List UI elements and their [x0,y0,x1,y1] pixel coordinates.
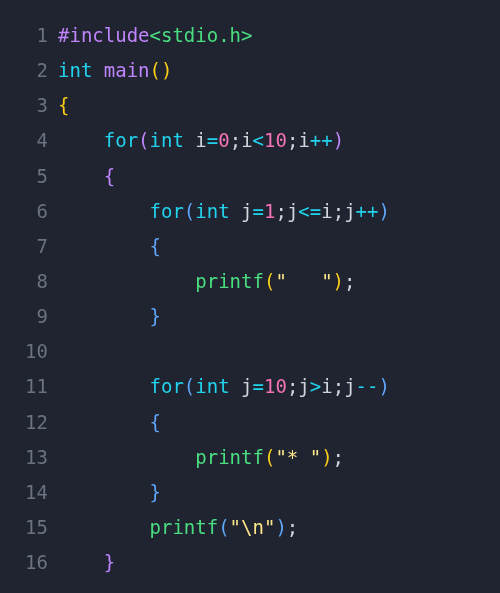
line-number: 13 [0,440,58,475]
code-content: printf("\n"); [58,510,500,545]
line-number: 1 [0,18,58,53]
line-number: 7 [0,229,58,264]
code-line: 3 { [0,88,500,123]
code-line: 16 } [0,545,500,580]
code-line: 12 { [0,405,500,440]
code-content: for(int j=10;j>i;j--) [58,369,500,404]
code-content [58,334,500,369]
code-content: { [58,159,500,194]
code-content: printf(" "); [58,264,500,299]
code-line: 14 } [0,475,500,510]
code-content: } [58,545,500,580]
line-number: 11 [0,369,58,404]
code-line: 8 printf(" "); [0,264,500,299]
line-number: 3 [0,88,58,123]
code-content: { [58,88,500,123]
code-editor: 1 #include<stdio.h> 2 int main() 3 { 4 f… [0,0,500,580]
line-number: 14 [0,475,58,510]
code-content: for(int j=1;j<=i;j++) [58,194,500,229]
code-content: #include<stdio.h> [58,18,500,53]
line-number: 15 [0,510,58,545]
line-number: 16 [0,545,58,580]
code-content: int main() [58,53,500,88]
code-content: printf("* "); [58,440,500,475]
code-line: 6 for(int j=1;j<=i;j++) [0,194,500,229]
line-number: 5 [0,159,58,194]
code-line: 9 } [0,299,500,334]
code-content: { [58,405,500,440]
line-number: 9 [0,299,58,334]
line-number: 10 [0,334,58,369]
code-line: 1 #include<stdio.h> [0,18,500,53]
code-line: 2 int main() [0,53,500,88]
code-line: 15 printf("\n"); [0,510,500,545]
code-content: } [58,299,500,334]
line-number: 12 [0,405,58,440]
code-line: 13 printf("* "); [0,440,500,475]
code-line: 4 for(int i=0;i<10;i++) [0,123,500,158]
code-line: 7 { [0,229,500,264]
code-line: 5 { [0,159,500,194]
line-number: 2 [0,53,58,88]
code-content: } [58,475,500,510]
code-content: for(int i=0;i<10;i++) [58,123,500,158]
line-number: 8 [0,264,58,299]
line-number: 6 [0,194,58,229]
code-content: { [58,229,500,264]
code-line: 11 for(int j=10;j>i;j--) [0,369,500,404]
line-number: 4 [0,123,58,158]
code-line: 10 [0,334,500,369]
